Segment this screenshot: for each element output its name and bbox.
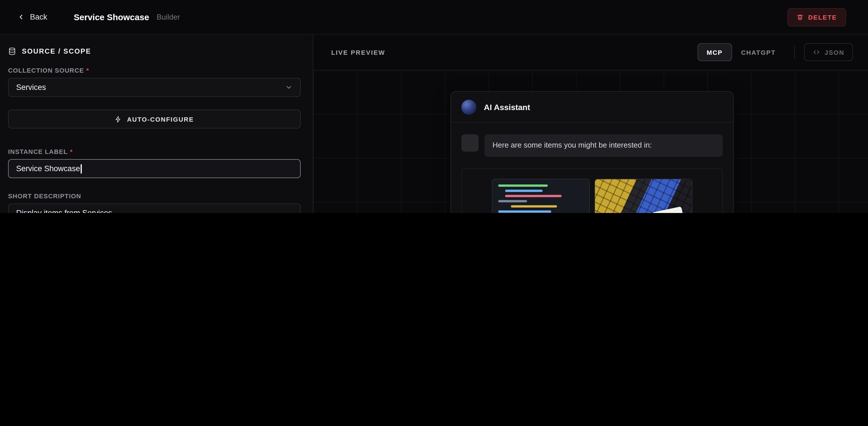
short-description-label: SHORT DESCRIPTION [8, 193, 301, 199]
assistant-message: Here are some items you might be interes… [485, 134, 723, 157]
assistant-header: AI Assistant [451, 92, 733, 123]
preview-canvas: AI Assistant Here are some items you mig… [313, 70, 868, 213]
lightning-icon [115, 116, 122, 122]
assistant-message-row: Here are some items you might be interes… [461, 134, 723, 157]
json-button[interactable]: JSON [804, 43, 853, 61]
assistant-avatar [461, 100, 476, 114]
back-label: Back [30, 13, 47, 21]
product-card: Web Development Custom websites and web … [492, 179, 590, 213]
auto-configure-label: AUTO-CONFIGURE [127, 116, 194, 122]
product-carousel: Web Development Custom websites and web … [461, 168, 723, 213]
tab-chatgpt[interactable]: CHATGPT [732, 43, 785, 61]
source-scope-section-header: SOURCE / SCOPE [8, 47, 301, 55]
collection-source-value: Services [16, 83, 46, 92]
ai-assistant-widget: AI Assistant Here are some items you mig… [451, 91, 734, 213]
json-button-label: JSON [825, 49, 844, 56]
sidebar: SOURCE / SCOPE COLLECTION SOURCE * Servi… [0, 35, 313, 213]
auto-configure-button[interactable]: AUTO-CONFIGURE [8, 110, 301, 129]
delete-button[interactable]: DELETE [787, 8, 846, 26]
instance-label-value: Service Showcase [16, 164, 80, 173]
page-subtitle: Builder [157, 13, 180, 21]
message-avatar [461, 134, 478, 151]
product-image-uiux-design [595, 179, 692, 213]
delete-label: DELETE [808, 13, 837, 21]
short-description-input[interactable]: Display items from Services [8, 203, 301, 213]
assistant-name: AI Assistant [484, 102, 530, 112]
code-art [492, 179, 589, 213]
instance-label-label: INSTANCE LABEL * [8, 148, 301, 155]
chevron-down-icon [285, 84, 292, 91]
trash-icon [797, 13, 804, 21]
preview-topbar: LIVE PREVIEW MCP CHATGPT JSON [313, 35, 868, 70]
app-root: Back Service Showcase Builder DELETE SOU… [0, 0, 868, 213]
back-button[interactable]: Back [17, 13, 47, 21]
text-caret [81, 164, 82, 173]
collection-source-select[interactable]: Services [8, 78, 301, 97]
short-description-value: Display items from Services [16, 209, 112, 213]
database-icon [8, 47, 16, 55]
instance-label-input[interactable]: Service Showcase [8, 159, 301, 178]
chevron-left-icon [17, 13, 25, 21]
required-asterisk: * [86, 67, 89, 74]
preview-panel: LIVE PREVIEW MCP CHATGPT JSON AI Assista… [313, 35, 868, 213]
assistant-body: Here are some items you might be interes… [451, 123, 733, 213]
section-title: SOURCE / SCOPE [22, 47, 91, 55]
required-asterisk: * [70, 148, 73, 155]
live-preview-label: LIVE PREVIEW [331, 49, 385, 56]
topbar: Back Service Showcase Builder DELETE [0, 0, 868, 35]
vertical-divider [794, 46, 795, 58]
product-card: UI/UX Design User-centered design for ..… [594, 179, 692, 213]
product-image-web-development [492, 179, 589, 213]
code-icon [812, 49, 820, 56]
page-title: Service Showcase [74, 12, 149, 22]
collection-source-label: COLLECTION SOURCE * [8, 67, 301, 74]
tab-mcp[interactable]: MCP [698, 43, 732, 61]
preview-controls: MCP CHATGPT JSON [698, 43, 853, 61]
